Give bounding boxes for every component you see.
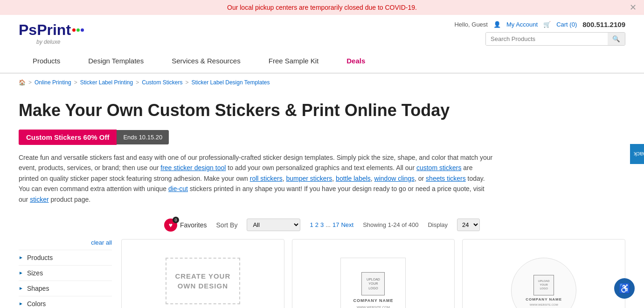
product-card-create-own[interactable]: CREATE YOUR OWN DESIGN Get Started [121, 239, 284, 308]
product-card-company-square[interactable]: UPLOADYOURLOGO COMPANY NAME WWW.WEBSITE.… [292, 239, 455, 308]
breadcrumb-custom-stickers[interactable]: Custom Stickers [142, 79, 182, 86]
circle-company-website: WWW.WEBSITE.COM [530, 303, 558, 306]
breadcrumb: 🏠 > Online Printing > Sticker Label Prin… [0, 74, 644, 91]
display-label: Display [428, 221, 448, 228]
covid-close-button[interactable]: ✕ [630, 2, 637, 13]
favorites-button[interactable]: ♥ 0 Favorites [164, 219, 207, 232]
breadcrumb-design-templates[interactable]: Sticker Label Design Templates [192, 79, 270, 86]
nav-item-deals[interactable]: Deals [332, 50, 379, 73]
window-clings-link[interactable]: window clings [374, 175, 415, 182]
my-account-link[interactable]: My Account [506, 21, 538, 28]
description: Create fun and versatile stickers fast a… [0, 152, 513, 214]
sidebar: clear all ► Products ► Sizes ► Shapes ► … [19, 239, 112, 308]
custom-stickers-link[interactable]: custom stickers [416, 164, 461, 171]
breadcrumb-online-printing[interactable]: Online Printing [35, 79, 71, 86]
logo-ps: Ps [19, 21, 37, 39]
promo-ends: Ends 10.15.20 [117, 130, 169, 144]
search-bar: 🔍 [485, 32, 625, 46]
sheets-tickers-link[interactable]: sheets tickers [426, 175, 466, 182]
chevron-right-icon: ► [19, 255, 23, 260]
page-title-area: Make Your Own Custom Stickers & Print On… [0, 91, 644, 125]
product-card-company-circle[interactable]: UPLOADYOURLOGO COMPANY NAME WWW.WEBSITE.… [462, 239, 625, 308]
circle-upload-logo-box: UPLOADYOURLOGO [533, 275, 554, 295]
sort-bar: ♥ 0 Favorites Sort By All Newest Most Po… [0, 214, 644, 239]
user-icon: 👤 [493, 21, 501, 28]
page-title: Make Your Own Custom Stickers & Print On… [19, 101, 625, 120]
chevron-right-icon: ► [19, 301, 23, 306]
main-content: clear all ► Products ► Sizes ► Shapes ► … [0, 239, 644, 308]
sort-by-select[interactable]: All Newest Most Popular [247, 219, 300, 231]
sort-by-label: Sort By [216, 221, 238, 229]
sidebar-item-shapes[interactable]: ► Shapes [19, 281, 112, 296]
roll-stickers-link[interactable]: roll stickers [250, 175, 283, 182]
breadcrumb-sticker-label[interactable]: Sticker Label Printing [80, 79, 133, 86]
chevron-right-icon: ► [19, 270, 23, 275]
sidebar-item-sizes[interactable]: ► Sizes [19, 265, 112, 281]
nav-item-products[interactable]: Products [19, 50, 74, 73]
page-next[interactable]: Next [341, 221, 353, 228]
logo-print: Print [37, 21, 71, 39]
favorites-heart-icon: ♥ 0 [164, 219, 177, 232]
circle-upload-text: UPLOADYOURLOGO [538, 280, 550, 290]
sticker-link[interactable]: sticker [30, 196, 48, 203]
bumper-stickers-link[interactable]: bumper stickers [286, 175, 332, 182]
greeting-text: Hello, Guest [454, 21, 488, 28]
company-square-template: UPLOADYOURLOGO COMPANY NAME WWW.WEBSITE.… [340, 258, 406, 308]
company-website-label: WWW.WEBSITE.COM [357, 306, 390, 308]
search-input[interactable] [486, 33, 608, 45]
create-own-design-box: CREATE YOUR OWN DESIGN [166, 258, 240, 304]
page-1[interactable]: 1 [310, 221, 313, 228]
sidebar-item-products-label: Products [27, 254, 53, 261]
sidebar-item-products[interactable]: ► Products [19, 250, 112, 265]
sidebar-item-colors-label: Colors [27, 300, 46, 308]
search-button[interactable]: 🔍 [608, 33, 625, 45]
page-ellipsis: ... [325, 221, 331, 228]
nav-item-services[interactable]: Services & Resources [158, 50, 255, 73]
sidebar-clear-button[interactable]: clear all [19, 239, 112, 246]
upload-logo-text: UPLOADYOURLOGO [367, 277, 380, 290]
phone-number: 800.511.2109 [582, 21, 625, 28]
cart-link[interactable]: Cart (0) [556, 21, 577, 28]
pagination: 1 2 3 ... 17 Next [310, 221, 353, 228]
sidebar-item-shapes-label: Shapes [27, 285, 49, 292]
cart-icon: 🛒 [543, 21, 551, 28]
home-icon[interactable]: 🏠 [19, 79, 26, 86]
showing-text: Showing 1-24 of 400 [363, 221, 418, 228]
covid-banner: Our local pickup centers are temporarily… [0, 0, 644, 15]
accessibility-icon: ♿ [619, 283, 630, 294]
page-17[interactable]: 17 [332, 221, 339, 228]
nav-item-design-templates[interactable]: Design Templates [74, 50, 158, 73]
free-sticker-tool-link[interactable]: free sticker design tool [160, 164, 226, 171]
company-name-label: COMPANY NAME [353, 298, 393, 303]
sidebar-item-sizes-label: Sizes [27, 269, 43, 277]
header-right: Hello, Guest 👤 My Account 🛒 Cart (0) 800… [454, 21, 625, 46]
die-cut-link[interactable]: die-cut [168, 185, 188, 192]
feedback-tab[interactable]: Feedback [630, 144, 644, 164]
logo-subtext: by deluxe [36, 39, 60, 45]
feedback-label: Feedback [634, 151, 644, 157]
favorites-label: Favorites [180, 221, 207, 229]
logo-dots [72, 28, 84, 32]
promo-tag: Custom Stickers 60% Off [19, 130, 117, 145]
favorites-count: 0 [173, 217, 179, 223]
accessibility-button[interactable]: ♿ [614, 278, 635, 299]
display-select[interactable]: 24 48 96 [457, 219, 480, 231]
page-2[interactable]: 2 [315, 221, 319, 228]
promo-banner: Custom Stickers 60% Off Ends 10.15.20 [19, 130, 625, 145]
product-grid: CREATE YOUR OWN DESIGN Get Started UPLOA… [121, 239, 625, 308]
bottle-labels-link[interactable]: bottle labels [336, 175, 371, 182]
covid-banner-text: Our local pickup centers are temporarily… [227, 4, 417, 11]
main-nav: Products Design Templates Services & Res… [19, 50, 625, 73]
sidebar-item-colors[interactable]: ► Colors [19, 296, 112, 308]
chevron-right-icon: ► [19, 286, 23, 291]
circle-company-name: COMPANY NAME [526, 297, 562, 301]
create-own-text: CREATE YOUR OWN DESIGN [166, 271, 239, 291]
nav-item-free-sample[interactable]: Free Sample Kit [255, 50, 333, 73]
company-circle-template: UPLOADYOURLOGO COMPANY NAME WWW.WEBSITE.… [511, 258, 576, 308]
upload-logo-box: UPLOADYOURLOGO [361, 272, 385, 295]
page-3[interactable]: 3 [320, 221, 324, 228]
logo[interactable]: Ps Print by deluxe [19, 21, 84, 45]
header: Ps Print by deluxe Hello, Guest 👤 My Acc… [0, 15, 644, 73]
